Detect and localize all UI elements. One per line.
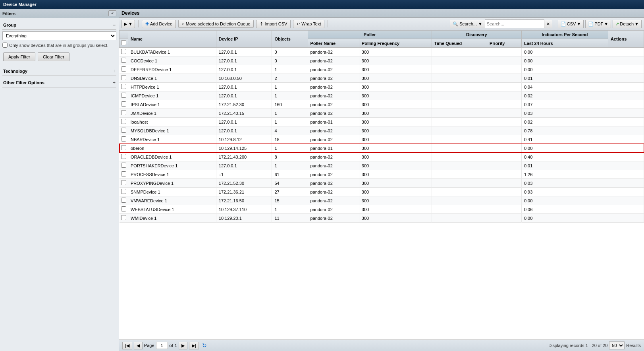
- row-checkbox[interactable]: [121, 110, 126, 115]
- row-ip: 172.21.36.21: [216, 188, 272, 196]
- row-ip: 10.129.20.1: [216, 214, 272, 223]
- row-checkbox[interactable]: [121, 101, 126, 107]
- row-checkbox[interactable]: [121, 66, 126, 72]
- csv-label: CSV: [567, 21, 576, 26]
- row-polling-freq: 300: [359, 118, 432, 126]
- row-checkbox[interactable]: [121, 154, 126, 159]
- row-name: JMXDevice 1: [128, 109, 216, 118]
- th-polling-freq: Polling Frequency: [359, 39, 432, 48]
- row-priority: [487, 135, 521, 144]
- row-ip: 127.0.0.1: [216, 83, 272, 91]
- row-priority: [487, 65, 521, 74]
- row-name: HTTPDevice 1: [128, 83, 216, 91]
- row-checkbox[interactable]: [121, 128, 126, 133]
- row-checkbox-cell: [120, 65, 128, 74]
- group-toggle[interactable]: −: [113, 22, 116, 28]
- row-last-24h: 0.78: [521, 126, 608, 135]
- th-row-select: [120, 39, 128, 48]
- row-checkbox[interactable]: [121, 136, 126, 142]
- clear-filter-btn[interactable]: Clear Filter: [38, 52, 69, 61]
- row-actions: [608, 179, 644, 188]
- row-checkbox-cell: [120, 135, 128, 144]
- first-page-btn[interactable]: |◀: [122, 342, 132, 349]
- row-checkbox-cell: [120, 118, 128, 126]
- technology-toggle[interactable]: +: [113, 68, 116, 74]
- pdf-label: PDF: [594, 21, 603, 26]
- all-groups-checkbox-row: Only show devices that are in all groups…: [2, 43, 116, 48]
- next-page-btn[interactable]: ▶: [179, 342, 187, 349]
- row-checkbox[interactable]: [121, 163, 126, 168]
- row-checkbox[interactable]: [121, 206, 126, 211]
- row-ip: 127.0.0.1: [216, 126, 272, 135]
- import-csv-label: Import CSV: [264, 21, 287, 26]
- add-device-btn[interactable]: ✚ Add Device: [142, 20, 176, 28]
- row-checkbox[interactable]: [121, 75, 126, 80]
- row-checkbox[interactable]: [121, 49, 126, 54]
- row-poller: pandora-02: [308, 48, 359, 56]
- all-groups-checkbox[interactable]: [2, 43, 8, 48]
- import-csv-btn[interactable]: ⇡ Import CSV: [256, 20, 291, 28]
- row-priority: [487, 126, 521, 135]
- row-checkbox[interactable]: [121, 180, 126, 185]
- apply-filter-btn[interactable]: Apply Filter: [3, 52, 35, 61]
- row-checkbox[interactable]: [121, 145, 126, 150]
- row-objects: 54: [272, 179, 308, 188]
- per-page-select[interactable]: 50: [609, 341, 625, 349]
- results-label: Results: [626, 343, 641, 348]
- row-objects: 0: [272, 48, 308, 56]
- row-time-queued: [432, 83, 487, 91]
- pdf-export-btn[interactable]: 📄 PDF ▼: [585, 20, 611, 28]
- row-ip: 172.21.52.30: [216, 100, 272, 109]
- row-name: NBARDevice 1: [128, 135, 216, 144]
- row-name: DNSDevice 1: [128, 74, 216, 83]
- import-icon: ⇡: [260, 21, 263, 27]
- row-checkbox[interactable]: [121, 119, 126, 124]
- row-polling-freq: 300: [359, 170, 432, 179]
- detach-btn[interactable]: ↗ Detach ▼: [613, 20, 642, 28]
- search-input[interactable]: [485, 19, 544, 28]
- refresh-btn[interactable]: ▶ ▼: [121, 20, 135, 28]
- row-poller: pandora-02: [308, 161, 359, 170]
- search-dropdown-btn[interactable]: 🔍 Search... ▼: [450, 20, 485, 28]
- search-btn-label: Search...: [459, 21, 477, 26]
- table-row: COCDevice 1 127.0.0.1 0 pandora-02 300 0…: [120, 56, 644, 65]
- detach-label: Detach: [620, 21, 634, 26]
- row-polling-freq: 300: [359, 91, 432, 100]
- row-poller: pandora-02: [308, 205, 359, 214]
- refresh-table-btn[interactable]: ↻: [202, 342, 207, 349]
- table-wrapper: Name Device IP Objects Poller Discovery …: [119, 30, 644, 339]
- row-ip: 127.0.0.1: [216, 65, 272, 74]
- col-group-header-row: Name Device IP Objects Poller Discovery …: [120, 31, 644, 39]
- page-input[interactable]: 1: [156, 342, 168, 349]
- row-checkbox[interactable]: [121, 198, 126, 203]
- group-select[interactable]: Everything: [2, 31, 116, 40]
- row-checkbox[interactable]: [121, 171, 126, 176]
- row-checkbox-cell: [120, 205, 128, 214]
- prev-page-btn[interactable]: ◀: [134, 342, 143, 349]
- sidebar-collapse-btn[interactable]: «: [108, 10, 116, 16]
- row-poller: pandora-02: [308, 188, 359, 196]
- row-checkbox-cell: [120, 188, 128, 196]
- row-checkbox[interactable]: [121, 58, 126, 63]
- move-deletion-btn[interactable]: ○ Move selected to Deletion Queue: [178, 20, 254, 28]
- row-time-queued: [432, 65, 487, 74]
- row-time-queued: [432, 153, 487, 161]
- row-time-queued: [432, 196, 487, 205]
- row-checkbox[interactable]: [121, 189, 126, 194]
- row-checkbox[interactable]: [121, 84, 126, 89]
- move-icon: ○: [182, 21, 185, 26]
- search-clear-btn[interactable]: ✕: [544, 20, 552, 28]
- wrap-text-btn[interactable]: ↩ Wrap Text: [293, 20, 324, 28]
- row-last-24h: 1.26: [521, 170, 608, 179]
- row-priority: [487, 109, 521, 118]
- row-checkbox[interactable]: [121, 215, 126, 220]
- row-last-24h: 0.00: [521, 144, 608, 153]
- csv-export-btn[interactable]: 📄 CSV ▼: [558, 20, 584, 28]
- row-name: PROCESSDevice 1: [128, 170, 216, 179]
- last-page-btn[interactable]: ▶|: [189, 342, 199, 349]
- row-checkbox[interactable]: [121, 93, 126, 98]
- sidebar-body: Group − Everything Only show devices tha…: [0, 18, 119, 351]
- th-poller-name: Poller Name: [308, 39, 359, 48]
- other-filters-toggle[interactable]: +: [113, 80, 116, 85]
- select-all-checkbox[interactable]: [121, 40, 126, 45]
